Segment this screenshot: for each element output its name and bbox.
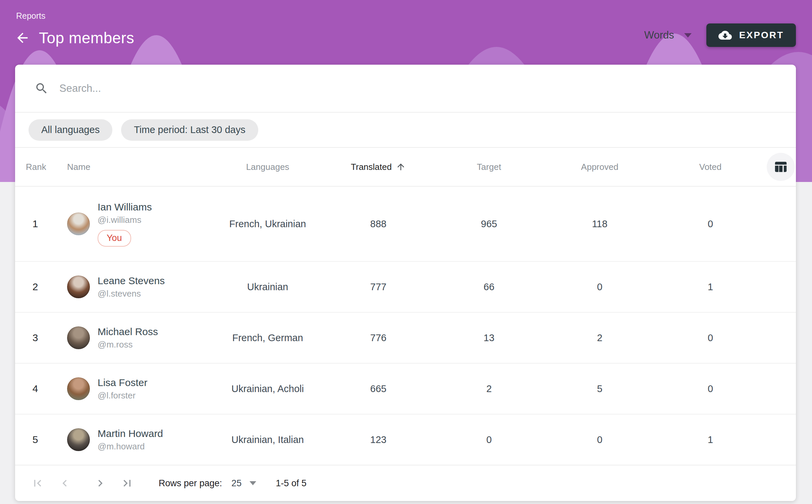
rank-cell: 5	[15, 434, 55, 445]
column-settings-button[interactable]	[767, 153, 795, 181]
target-cell: 2	[434, 383, 544, 394]
approved-cell: 118	[544, 218, 655, 230]
export-button[interactable]: EXPORT	[706, 23, 796, 47]
column-header-languages[interactable]: Languages	[212, 162, 323, 172]
sort-ascending-icon	[396, 162, 406, 172]
pagination-range: 1-5 of 5	[276, 478, 307, 489]
search-input[interactable]	[59, 82, 776, 95]
table-row[interactable]: 5 Martin Howard @m.howard Ukrainian, Ita…	[15, 415, 796, 465]
voted-cell: 1	[655, 281, 766, 293]
chevron-right-icon	[94, 477, 107, 490]
table-row[interactable]: 1 Ian Williams @i.williams You French, U…	[15, 187, 796, 262]
chevron-down-icon	[684, 33, 692, 38]
voted-cell: 0	[655, 332, 766, 343]
next-page-button[interactable]	[94, 477, 107, 490]
translated-cell: 776	[323, 332, 434, 343]
page: Reports Top members Words EXPORT All lan…	[0, 0, 812, 504]
member-username: @m.howard	[98, 441, 145, 452]
column-header-translated[interactable]: Translated	[323, 162, 434, 172]
filter-chip[interactable]: Time period: Last 30 days	[121, 119, 258, 141]
back-arrow-icon	[15, 30, 30, 46]
page-title: Top members	[39, 29, 134, 47]
translated-cell: 123	[323, 434, 434, 445]
rows-per-page-caret-icon[interactable]	[250, 481, 256, 485]
member-name[interactable]: Martin Howard	[98, 428, 163, 439]
target-cell: 0	[434, 434, 544, 445]
member-name[interactable]: Ian Williams	[98, 201, 152, 213]
report-card: All languagesTime period: Last 30 days R…	[15, 65, 796, 501]
voted-cell: 0	[655, 383, 766, 394]
target-cell: 66	[434, 281, 544, 293]
target-cell: 13	[434, 332, 544, 343]
approved-cell: 2	[544, 332, 655, 343]
member-name[interactable]: Leane Stevens	[98, 275, 165, 287]
back-button[interactable]	[15, 30, 30, 46]
avatar	[67, 428, 90, 451]
title-row: Top members	[15, 29, 134, 47]
approved-cell: 5	[544, 383, 655, 394]
previous-page-button[interactable]	[58, 477, 71, 490]
avatar	[67, 326, 90, 349]
voted-cell: 0	[655, 218, 766, 230]
first-page-icon	[31, 477, 44, 490]
name-cell: Lisa Foster @l.forster	[55, 368, 212, 410]
column-header-rank[interactable]: Rank	[15, 162, 55, 172]
table-body: 1 Ian Williams @i.williams You French, U…	[15, 187, 796, 465]
table-columns-icon	[773, 159, 789, 175]
member-username: @l.forster	[98, 390, 136, 401]
translated-cell: 665	[323, 383, 434, 394]
breadcrumb[interactable]: Reports	[16, 11, 46, 21]
column-header-name[interactable]: Name	[55, 162, 212, 172]
column-header-approved[interactable]: Approved	[544, 162, 655, 172]
last-page-icon	[120, 477, 134, 490]
last-page-button[interactable]	[120, 477, 134, 490]
languages-cell: French, Ukrainian	[212, 218, 323, 230]
rank-cell: 1	[15, 218, 55, 230]
rows-per-page-value[interactable]: 25	[231, 478, 241, 489]
rank-cell: 2	[15, 281, 55, 293]
you-badge: You	[98, 230, 131, 247]
member-name[interactable]: Lisa Foster	[98, 377, 147, 388]
member-username: @i.williams	[98, 215, 141, 225]
voted-cell: 1	[655, 434, 766, 445]
column-header-translated-label: Translated	[351, 162, 392, 172]
search-bar	[15, 65, 796, 113]
member-name[interactable]: Michael Ross	[98, 326, 158, 337]
chevron-left-icon	[58, 477, 71, 490]
rank-cell: 3	[15, 332, 55, 343]
approved-cell: 0	[544, 281, 655, 293]
translated-cell: 777	[323, 281, 434, 293]
avatar	[67, 212, 90, 235]
column-header-voted[interactable]: Voted	[655, 162, 766, 172]
filter-chips-row: All languagesTime period: Last 30 days	[15, 113, 796, 148]
pagination: Rows per page: 25 1-5 of 5	[15, 465, 796, 501]
filter-chip[interactable]: All languages	[29, 119, 112, 141]
languages-cell: Ukrainian, Acholi	[212, 383, 323, 394]
member-username: @m.ross	[98, 339, 132, 350]
table-row[interactable]: 2 Leane Stevens @l.stevens Ukrainian 777…	[15, 262, 796, 313]
unit-dropdown-value: Words	[644, 29, 674, 41]
name-cell: Martin Howard @m.howard	[55, 419, 212, 460]
table-row[interactable]: 3 Michael Ross @m.ross French, German 77…	[15, 313, 796, 364]
languages-cell: Ukrainian, Italian	[212, 434, 323, 445]
unit-dropdown[interactable]: Words	[644, 29, 692, 41]
table-header: Rank Name Languages Translated Target Ap…	[15, 148, 796, 187]
name-cell: Leane Stevens @l.stevens	[55, 266, 212, 308]
member-username: @l.stevens	[98, 289, 141, 299]
avatar	[67, 275, 90, 298]
top-actions: Words EXPORT	[644, 23, 796, 47]
rows-per-page-label: Rows per page:	[159, 478, 222, 489]
name-cell: Ian Williams @i.williams You	[55, 193, 212, 255]
name-cell: Michael Ross @m.ross	[55, 317, 212, 359]
first-page-button[interactable]	[31, 477, 44, 490]
cloud-download-icon	[718, 28, 732, 42]
avatar	[67, 377, 90, 400]
languages-cell: Ukrainian	[212, 281, 323, 293]
target-cell: 965	[434, 218, 544, 230]
column-header-target[interactable]: Target	[434, 162, 544, 172]
rank-cell: 4	[15, 383, 55, 394]
approved-cell: 0	[544, 434, 655, 445]
export-label: EXPORT	[739, 30, 784, 41]
search-icon	[35, 81, 49, 96]
table-row[interactable]: 4 Lisa Foster @l.forster Ukrainian, Acho…	[15, 364, 796, 415]
